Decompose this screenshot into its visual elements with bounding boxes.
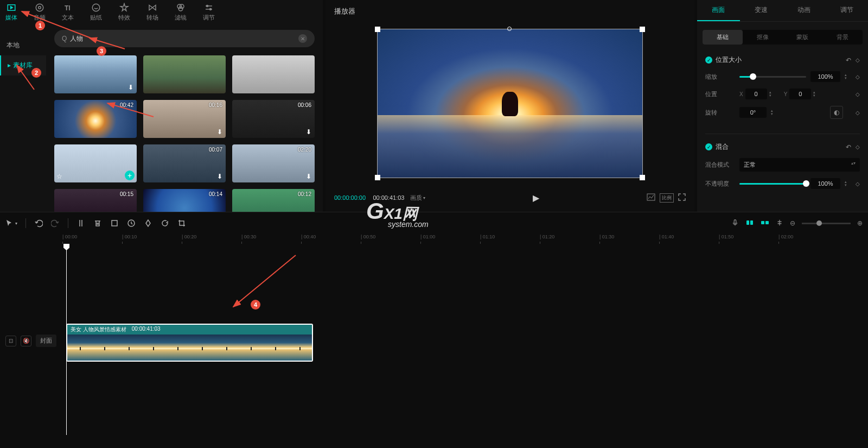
link-icon[interactable] xyxy=(761,219,769,228)
track-lock[interactable]: ⊡ xyxy=(5,336,16,346)
crop2-tool[interactable] xyxy=(177,219,186,228)
undo-button[interactable] xyxy=(34,219,43,228)
scale-input[interactable] xyxy=(810,71,840,82)
resize-handle-bl[interactable] xyxy=(375,175,380,180)
crop-tool[interactable] xyxy=(110,219,119,228)
tab-adjust[interactable]: 调节 xyxy=(203,3,215,22)
cover-button[interactable]: 封面 xyxy=(36,335,56,347)
media-item[interactable]: 00:42 xyxy=(54,100,137,138)
subtab-mask[interactable]: 蒙版 xyxy=(783,30,823,45)
opacity-slider[interactable] xyxy=(739,183,806,185)
mirror-button[interactable]: ◐ xyxy=(830,106,843,119)
position-size-check[interactable]: ✓ xyxy=(705,56,712,64)
rotate-handle[interactable] xyxy=(507,27,512,31)
tab-filter[interactable]: 滤镜 xyxy=(175,3,187,22)
subtab-cutout[interactable]: 抠像 xyxy=(743,30,783,45)
resize-handle-tl[interactable] xyxy=(375,27,380,32)
compare-icon[interactable] xyxy=(647,193,655,203)
redo-button[interactable] xyxy=(51,219,60,228)
delete-tool[interactable] xyxy=(93,219,102,228)
preview-viewport[interactable] xyxy=(330,18,690,188)
media-item[interactable]: ⬇ xyxy=(54,55,137,93)
mirror-tool[interactable] xyxy=(144,219,152,228)
blend-reset-icon[interactable]: ↶ xyxy=(846,143,851,151)
download-icon[interactable]: ⬇ xyxy=(306,128,311,136)
reset-icon[interactable]: ↶ xyxy=(846,56,851,64)
media-item[interactable]: 00:16⬇ xyxy=(143,100,226,138)
media-item[interactable]: 00:15 xyxy=(54,189,137,212)
download-icon[interactable]: ⬇ xyxy=(128,84,133,91)
rotation-input[interactable] xyxy=(739,107,767,118)
zoom-in-icon[interactable]: ⊕ xyxy=(857,219,863,227)
playhead[interactable] xyxy=(66,245,67,435)
tab-transition[interactable]: 转场 xyxy=(146,3,158,22)
resize-handle-br[interactable] xyxy=(640,175,645,180)
blend-keyframe-icon[interactable]: ◇ xyxy=(856,144,860,150)
tab-sticker[interactable]: 贴纸 xyxy=(90,3,102,22)
svg-rect-16 xyxy=(761,221,764,224)
prop-tab-speed[interactable]: 变速 xyxy=(740,0,783,21)
preview-title: 播放器 xyxy=(330,4,690,18)
timeline-clip[interactable]: 美女 人物风景情感素材 00:00:41:03 xyxy=(66,324,313,362)
scale-keyframe[interactable]: ◇ xyxy=(856,74,860,80)
media-item[interactable]: 00:12 xyxy=(232,189,315,212)
blend-check[interactable]: ✓ xyxy=(705,143,712,150)
download-icon[interactable]: ⬇ xyxy=(217,173,222,180)
favorite-icon[interactable]: ☆ xyxy=(56,173,62,180)
media-item[interactable]: 00:06⬇ xyxy=(232,100,315,138)
prop-tab-picture[interactable]: 画面 xyxy=(697,0,740,21)
tab-effect[interactable]: 特效 xyxy=(118,3,130,22)
download-icon[interactable]: ⬇ xyxy=(306,173,311,180)
side-library[interactable]: ▸素材库 xyxy=(0,55,46,75)
zoom-out-icon[interactable]: ⊖ xyxy=(790,219,795,227)
tab-audio[interactable]: 音频 xyxy=(34,3,46,22)
ratio-button[interactable]: 比例 xyxy=(660,193,674,203)
media-item[interactable]: 02:20⬇ xyxy=(232,144,315,182)
pos-keyframe[interactable]: ◇ xyxy=(856,91,860,97)
media-item[interactable] xyxy=(232,55,315,93)
keyframe-icon[interactable]: ◇ xyxy=(856,57,860,63)
track-mute[interactable]: 🔇 xyxy=(21,336,31,346)
opacity-keyframe[interactable]: ◇ xyxy=(856,181,860,187)
pos-y-input[interactable] xyxy=(789,89,811,99)
media-item[interactable]: 00:07⬇ xyxy=(143,144,226,182)
split-tool[interactable] xyxy=(76,219,85,228)
svg-text:TI: TI xyxy=(65,4,71,12)
side-local[interactable]: 本地 xyxy=(0,35,46,55)
search-input[interactable] xyxy=(70,35,295,42)
rotate-tool[interactable] xyxy=(161,219,169,228)
fullscreen-icon[interactable] xyxy=(678,193,686,203)
download-icon[interactable]: ⬇ xyxy=(217,128,222,136)
quality-selector[interactable]: 画质 ▾ xyxy=(410,194,425,202)
preview-frame[interactable] xyxy=(377,29,643,178)
resize-handle-tr[interactable] xyxy=(640,27,645,32)
speed-tool[interactable] xyxy=(127,219,136,228)
search-clear[interactable]: ✕ xyxy=(298,34,307,43)
magnet-icon[interactable] xyxy=(745,219,754,228)
scale-slider[interactable] xyxy=(739,76,806,78)
subtab-bg[interactable]: 背景 xyxy=(822,30,863,45)
svg-rect-11 xyxy=(112,220,117,226)
opacity-input[interactable] xyxy=(810,178,840,189)
mic-icon[interactable] xyxy=(731,219,739,228)
tab-text[interactable]: TI 文本 xyxy=(62,3,74,22)
pos-x-input[interactable] xyxy=(745,89,767,99)
play-button[interactable]: ▶ xyxy=(533,193,539,203)
scale-spinner[interactable]: ▴▾ xyxy=(845,73,847,80)
align-icon[interactable] xyxy=(776,219,783,228)
cursor-tool[interactable]: ▾ xyxy=(5,219,17,228)
tab-media[interactable]: 媒体 xyxy=(5,3,17,22)
add-icon[interactable]: + xyxy=(125,171,135,180)
prop-tab-anim[interactable]: 动画 xyxy=(783,0,826,21)
media-item[interactable] xyxy=(143,55,226,93)
blend-mode-select[interactable]: 正常 ▴▾ xyxy=(739,158,860,172)
svg-point-9 xyxy=(210,9,212,10)
media-item[interactable]: 00:14 xyxy=(143,189,226,212)
subtab-basic[interactable]: 基础 xyxy=(703,30,743,45)
media-item[interactable]: ☆+ xyxy=(54,144,137,182)
search-box[interactable]: Q ✕ xyxy=(54,30,315,47)
prop-tab-adjust[interactable]: 调节 xyxy=(825,0,868,21)
timeline-ruler[interactable]: | 00:00| 00:10| 00:20| 00:30| 00:40| 00:… xyxy=(62,234,868,245)
timeline-tracks[interactable]: ⊡ 🔇 封面 美女 人物风景情感素材 00:00:41:03 xyxy=(0,245,868,435)
rot-keyframe[interactable]: ◇ xyxy=(856,110,860,116)
